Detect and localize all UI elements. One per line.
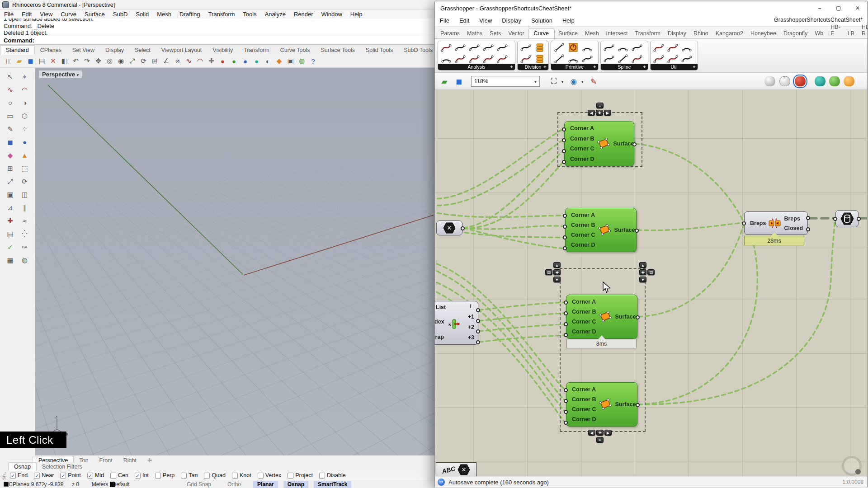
magnet-tool-icon[interactable]: ◍	[18, 254, 32, 266]
preview-shaded-icon[interactable]	[795, 76, 806, 86]
gh-tab-display[interactable]: Display	[664, 28, 690, 38]
curve-analysis-icon[interactable]	[453, 42, 467, 53]
preview-mesh-icon[interactable]	[844, 76, 854, 86]
blend-curve-icon[interactable]	[679, 53, 693, 64]
globe-icon[interactable]: ◍	[297, 56, 307, 66]
output-closed[interactable]: Closed	[784, 225, 803, 231]
group-add-icon[interactable]: ✚	[596, 430, 604, 436]
stretch-grip-icon[interactable]: ▤	[647, 269, 655, 275]
tab-set-view[interactable]: Set View	[67, 46, 100, 55]
gh-tab-hbe[interactable]: HB-E	[827, 22, 844, 38]
gh-tab-hbr[interactable]: HB-R	[858, 22, 868, 38]
stretch-add-icon[interactable]: ✚	[639, 269, 646, 275]
rebuild-curve-icon[interactable]	[665, 53, 679, 64]
curve-analysis-icon[interactable]	[467, 53, 481, 64]
stretch-grip-icon[interactable]: ▤	[545, 269, 552, 275]
gh-tab-transform[interactable]: Transform	[632, 28, 665, 38]
stretch-down-icon[interactable]: ▼	[553, 277, 561, 282]
plus-icon[interactable]: ✚	[206, 56, 217, 66]
tab-standard[interactable]: Standard	[0, 45, 35, 55]
tab-surface-tools[interactable]: Surface Tools	[315, 46, 360, 55]
curve-analysis-icon[interactable]	[453, 53, 467, 64]
osnap-vertex[interactable]: Vertex	[258, 472, 281, 479]
param-brep[interactable]	[835, 210, 859, 227]
tab-viewport-layout[interactable]: Viewport Layout	[156, 46, 207, 55]
output-plus3[interactable]: +3	[468, 334, 474, 341]
stretch-add-icon[interactable]: ✚	[553, 269, 561, 275]
gh-tab-intersect[interactable]: Intersect	[603, 28, 632, 38]
tab-selection-filters[interactable]: Selection Filters	[37, 463, 88, 471]
split-tool-icon[interactable]: ◫	[18, 188, 32, 201]
toggle-osnap[interactable]: Osnap	[283, 481, 308, 488]
vector-line-icon[interactable]	[552, 53, 566, 64]
curve-analysis-icon[interactable]	[481, 42, 495, 53]
blue-sphere-icon[interactable]: ●	[240, 56, 250, 66]
input-index[interactable]: Index	[435, 319, 444, 325]
move-icon[interactable]: ⤢	[127, 56, 137, 66]
osnap-mid[interactable]: ✓Mid	[87, 472, 104, 479]
offset-tool-icon[interactable]: ∥	[18, 202, 32, 214]
sketch-tool-icon[interactable]: ✎	[4, 123, 17, 135]
green-sphere-icon[interactable]: ●	[229, 56, 239, 66]
gh-tab-mesh[interactable]: Mesh	[581, 28, 603, 38]
output-breps[interactable]: Breps	[784, 216, 803, 222]
help-icon[interactable]: ?	[308, 56, 318, 66]
gh-tab-kangaroo2[interactable]: Kangaroo2	[712, 28, 747, 38]
zoom-extents-icon[interactable]: ◉	[116, 56, 126, 66]
component-4point-surface[interactable]: Corner A Corner B Corner C Corner D Surf…	[564, 121, 634, 166]
minimize-icon[interactable]: –	[810, 1, 829, 15]
osnap-quad[interactable]: Quad	[204, 472, 226, 479]
array-tool-icon[interactable]: ✚	[4, 215, 17, 227]
gh-tab-params[interactable]: Params	[437, 28, 463, 38]
nurbs-icon[interactable]	[602, 53, 616, 64]
sketch-pen-icon[interactable]: ✎	[588, 75, 599, 87]
tab-select[interactable]: Select	[129, 46, 156, 55]
extrude-tool-icon[interactable]: ◆	[4, 149, 17, 161]
input-corner-b[interactable]: Corner B	[572, 309, 596, 315]
tab-solid-tools[interactable]: Solid Tools	[360, 46, 398, 55]
bezier-icon[interactable]	[616, 42, 630, 53]
group-right-icon[interactable]: ▶	[604, 110, 611, 116]
toggle-smarttrack[interactable]: SmartTrack	[314, 481, 351, 488]
open-file-icon[interactable]: ▰	[439, 75, 450, 87]
gh-tab-honeybee[interactable]: Honeybee	[747, 28, 780, 38]
tab-subd-tools[interactable]: SubD Tools	[398, 46, 438, 55]
group-left-icon[interactable]: ◀	[588, 110, 595, 116]
curve-analysis-icon[interactable]	[481, 53, 495, 64]
menu-transform[interactable]: Transform	[204, 11, 239, 18]
gh-tab-sets[interactable]: Sets	[486, 28, 505, 38]
menu-surface[interactable]: Surface	[80, 11, 109, 18]
group-menu-icon[interactable]: ≡	[596, 103, 604, 108]
output-i[interactable]: i	[470, 303, 472, 310]
preview-wire-icon[interactable]	[779, 76, 790, 86]
viewport-title-menu[interactable]: Perspective ▾	[39, 70, 82, 78]
gh-canvas[interactable]: ≡ ◀ ✚ ▶ ▲ ▤ ✚ ▼ ▲ ✚ ▤ ▼ ◀ ✚ ▶ ≡ Corner A…	[435, 90, 867, 476]
menu-help[interactable]: Help	[346, 11, 367, 18]
input-list[interactable]: List	[436, 304, 446, 310]
component-4point-surface[interactable]: Corner A Corner B Corner C Corner D Surf…	[566, 382, 637, 427]
gh-menu-view[interactable]: View	[474, 17, 497, 24]
preview-eye-icon[interactable]: ◉	[568, 75, 580, 87]
print-icon[interactable]: ▤	[37, 56, 47, 66]
rotate-tool-icon[interactable]: ⟳	[18, 175, 32, 188]
input-corner-c[interactable]: Corner C	[570, 145, 594, 152]
preview-custom-icon[interactable]	[815, 76, 826, 86]
toggle-ortho[interactable]: Ortho	[223, 481, 245, 488]
abc-text-icon[interactable]: ABC	[441, 465, 456, 475]
scale-tool-icon[interactable]: ⤢	[4, 175, 17, 188]
points-tool-icon[interactable]: ⁘	[18, 123, 32, 135]
arc-icon[interactable]: ◠	[195, 56, 205, 66]
gh-titlebar[interactable]: Grasshopper - GrasshopperShortcutsCheatS…	[435, 1, 867, 15]
tab-curve-tools[interactable]: Curve Tools	[275, 46, 316, 55]
gh-menu-help[interactable]: Help	[557, 17, 580, 24]
save-file-icon[interactable]: ◼	[453, 75, 465, 87]
menu-drafting[interactable]: Drafting	[175, 11, 204, 18]
toggle-grid-snap[interactable]: Grid Snap	[183, 481, 215, 488]
menu-curve[interactable]: Curve	[57, 11, 80, 18]
hatch-tool-icon[interactable]: ▤	[4, 228, 17, 240]
input-corner-b[interactable]: Corner B	[571, 222, 595, 228]
tab-cplanes[interactable]: CPlanes	[35, 46, 67, 55]
input-corner-a[interactable]: Corner A	[572, 299, 596, 305]
close-icon[interactable]: ✕	[848, 1, 867, 15]
gh-menu-edit[interactable]: Edit	[454, 17, 474, 24]
